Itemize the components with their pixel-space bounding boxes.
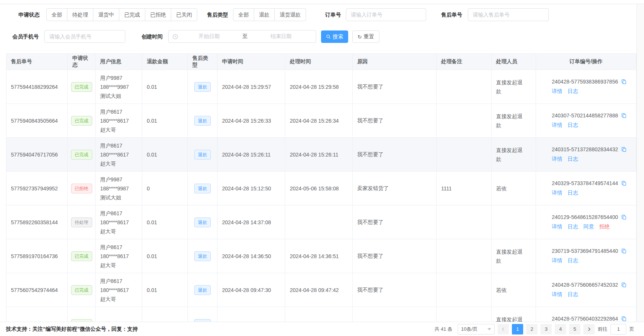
cell-type: 退款 — [188, 239, 218, 273]
action-link[interactable]: 日志 — [568, 156, 578, 163]
cell-refund-amount: 0.01 — [142, 239, 188, 273]
cell-service-no: 5775940843505664 — [6, 104, 68, 138]
type-badge: 退款 — [194, 82, 211, 92]
action-link[interactable]: 日志 — [568, 291, 578, 298]
status-badge: 待处理 — [71, 217, 92, 227]
page-button-5[interactable]: 5 — [569, 324, 580, 334]
status-option-4[interactable]: 已拒绝 — [145, 8, 171, 21]
chevron-left-icon — [501, 327, 505, 331]
status-filter-group: 全部待处理退货中已完成已拒绝已关闭 — [46, 8, 197, 21]
column-header: 退款金额 — [142, 54, 188, 70]
copy-icon[interactable] — [621, 79, 627, 85]
search-button[interactable]: 搜索 — [321, 30, 348, 43]
order-number: 240428-5775938386937856 — [552, 79, 618, 85]
status-option-0[interactable]: 全部 — [46, 8, 67, 21]
date-range-picker[interactable]: 开始日期 至 结束日期 — [168, 30, 316, 43]
page-button-3[interactable]: 3 — [540, 324, 552, 334]
after-sales-page: 申请状态 全部待处理退货中已完成已拒绝已关闭 售后类型 全部退款退货退款 订单号… — [0, 0, 644, 336]
action-link[interactable]: 同意 — [583, 223, 594, 230]
cell-remark — [437, 273, 492, 307]
cell-handler — [492, 205, 536, 239]
cell-remark — [437, 104, 492, 138]
cell-service-no — [6, 307, 68, 322]
copy-icon[interactable] — [621, 147, 627, 152]
service-no-input[interactable] — [468, 8, 549, 21]
table-header-row: 售后单号申请状态用户信息退款金额售后类型申请时间处理时间原因处理备注处理人员订单… — [6, 54, 636, 70]
row-actions: 详情日志 — [552, 122, 632, 129]
row-actions: 详情日志 — [552, 190, 632, 196]
phone-input[interactable] — [44, 30, 125, 43]
action-link[interactable]: 日志 — [568, 223, 578, 230]
page-number-list: 12345 — [512, 324, 580, 334]
action-link[interactable]: 详情 — [552, 122, 562, 129]
table-row: 5775891970164736已完成用户8617180****8617赵大哥0… — [6, 239, 636, 273]
service-no-label: 售后单号 — [441, 8, 462, 21]
type-option-1[interactable]: 退款 — [254, 8, 275, 21]
page-button-1[interactable]: 1 — [512, 324, 523, 334]
type-option-2[interactable]: 退货退款 — [274, 8, 306, 21]
copy-icon[interactable] — [621, 316, 627, 322]
cell-handler: 直接发起退款 — [492, 138, 536, 172]
page-button-2[interactable]: 2 — [526, 324, 537, 334]
status-option-2[interactable]: 退货中 — [93, 8, 119, 21]
cell-apply-time: 2024-04-28 15:29:57 — [218, 70, 285, 104]
table-body: 5775944188299264已完成用户9987188****9987测试大姐… — [6, 70, 636, 322]
row-actions: 详情日志 — [552, 88, 632, 95]
action-link[interactable]: 日志 — [568, 257, 578, 264]
status-option-3[interactable]: 已完成 — [119, 8, 145, 21]
prev-page-button[interactable] — [498, 324, 509, 334]
cell-order-actions: 240315-5713728802834432详情日志 — [536, 138, 636, 172]
status-option-5[interactable]: 已关闭 — [171, 8, 197, 21]
end-date-placeholder[interactable]: 结束日期 — [250, 33, 312, 40]
cell-remark — [437, 138, 492, 172]
refresh-icon: ↻ — [358, 34, 362, 40]
cell-apply-time: 2024-04-28 15:26:11 — [218, 138, 285, 172]
vertical-scrollbar[interactable] — [636, 4, 644, 336]
action-link[interactable]: 详情 — [552, 223, 562, 230]
copy-icon[interactable] — [621, 248, 627, 254]
copy-icon[interactable] — [621, 282, 627, 288]
action-link[interactable]: 详情 — [552, 257, 562, 264]
start-date-placeholder[interactable]: 开始日期 — [178, 33, 240, 40]
action-link[interactable]: 日志 — [568, 190, 578, 196]
table-row: 5775944188299264已完成用户9987188****9987测试大姐… — [6, 70, 636, 104]
copy-icon[interactable] — [621, 181, 627, 186]
reset-button[interactable]: ↻ 重置 — [352, 30, 379, 43]
page-button-4[interactable]: 4 — [555, 324, 566, 334]
action-link[interactable]: 详情 — [552, 88, 562, 95]
data-table: 售后单号申请状态用户信息退款金额售后类型申请时间处理时间原因处理备注处理人员订单… — [6, 53, 636, 322]
copy-icon[interactable] — [621, 214, 627, 220]
order-number: 240307-5702144858277888 — [552, 113, 618, 119]
action-link[interactable]: 详情 — [552, 291, 562, 298]
cell-type: 退款 — [188, 104, 218, 138]
cell-status: 已完成 — [68, 239, 96, 273]
column-header: 申请状态 — [68, 54, 96, 70]
next-page-button[interactable] — [583, 324, 595, 334]
action-link[interactable]: 详情 — [552, 190, 562, 196]
table-row: 5775940843505664已完成用户8617180****8617赵大哥0… — [6, 104, 636, 138]
action-link[interactable]: 详情 — [552, 156, 562, 163]
cell-type: 退款 — [188, 273, 218, 307]
copy-icon[interactable] — [621, 113, 627, 119]
handler-text: 直接发起退款 — [496, 78, 525, 96]
type-option-0[interactable]: 全部 — [233, 8, 254, 21]
cell-handle-time: 2024-04-28 15:26:11 — [285, 138, 353, 172]
goto-page-input[interactable] — [611, 324, 626, 334]
created-time-label: 创建时间 — [142, 30, 163, 43]
action-link[interactable]: 日志 — [568, 88, 578, 95]
cell-order-actions: 240428-5775604032292864详情日志 — [536, 307, 636, 322]
cell-handle-time: 2024-05-06 15:58:08 — [285, 172, 353, 205]
page-unit-label: 页 — [629, 326, 634, 333]
cell-status: 已完成 — [68, 273, 96, 307]
action-link[interactable]: 拒绝 — [599, 223, 610, 230]
status-badge: 已完成 — [71, 251, 92, 261]
cell-remark — [437, 307, 492, 322]
row-actions: 详情日志同意拒绝 — [552, 223, 632, 230]
page-size-select[interactable]: 10条/页 — [458, 324, 495, 334]
action-link[interactable]: 日志 — [568, 122, 578, 129]
order-no-input[interactable] — [346, 8, 426, 21]
cell-type: 退款 — [188, 70, 218, 104]
cell-remark: 1111 — [437, 172, 492, 205]
cell-order-actions: 240329-5733784749574144详情日志 — [536, 172, 636, 205]
status-option-1[interactable]: 待处理 — [67, 8, 93, 21]
